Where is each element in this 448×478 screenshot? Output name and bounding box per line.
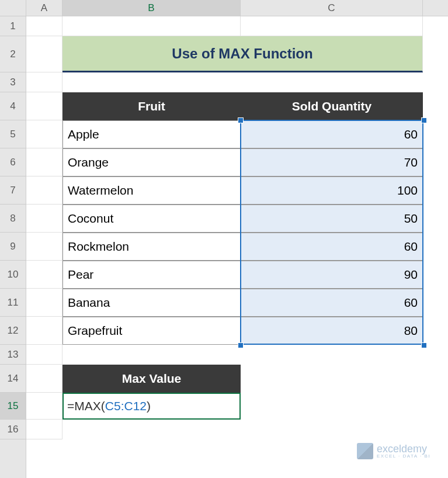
row-header-16[interactable]: 16: [0, 420, 26, 439]
cell-b16[interactable]: [62, 420, 241, 439]
watermark-icon: [357, 443, 373, 459]
cell-c8[interactable]: 50: [241, 205, 423, 233]
cell-b3[interactable]: [62, 72, 241, 92]
cell-a7[interactable]: [26, 176, 62, 205]
cell-b10[interactable]: Pear: [62, 261, 241, 289]
row-header-13[interactable]: 13: [0, 345, 26, 365]
watermark: exceldemy EXCEL · DATA · BI: [357, 443, 430, 459]
spreadsheet: 1 2 3 4 5 6 7 8 9 10 11 12 13 14 15 16 A…: [0, 0, 448, 478]
row-header-10[interactable]: 10: [0, 261, 26, 289]
cell-c10[interactable]: 90: [241, 261, 423, 289]
row-header-9[interactable]: 9: [0, 233, 26, 261]
formula-function: MAX: [74, 399, 101, 413]
max-value-header[interactable]: Max Value: [62, 365, 241, 393]
grid: Use of MAX Function Fruit Sold Quantity …: [26, 16, 448, 439]
cell-b1[interactable]: [62, 16, 241, 36]
column-headers: A B C: [26, 0, 448, 16]
cell-c14[interactable]: [241, 365, 423, 393]
cell-b12[interactable]: Grapefruit: [62, 317, 241, 345]
cell-a6[interactable]: [26, 148, 62, 176]
row-header-11[interactable]: 11: [0, 289, 26, 317]
col-header-a[interactable]: A: [26, 0, 62, 16]
row-header-6[interactable]: 6: [0, 148, 26, 176]
cell-a4[interactable]: [26, 92, 62, 120]
formula-close-paren: ): [147, 399, 151, 413]
cell-a13[interactable]: [26, 345, 62, 365]
row-header-14[interactable]: 14: [0, 365, 26, 393]
cell-c11[interactable]: 60: [241, 289, 423, 317]
row-header-7[interactable]: 7: [0, 176, 26, 205]
row-header-2[interactable]: 2: [0, 36, 26, 72]
cell-c12[interactable]: 80: [241, 317, 423, 345]
cell-b9[interactable]: Rockmelon: [62, 233, 241, 261]
cell-a16[interactable]: [26, 420, 62, 439]
formula-cell[interactable]: =MAX(C5:C12): [62, 393, 241, 420]
title-banner[interactable]: Use of MAX Function: [62, 36, 423, 72]
formula-equals: =: [67, 399, 74, 413]
cell-b7[interactable]: Watermelon: [62, 176, 241, 205]
row-header-12[interactable]: 12: [0, 317, 26, 345]
col-header-c[interactable]: C: [241, 0, 423, 16]
corner-cell[interactable]: [0, 0, 26, 16]
watermark-tagline: EXCEL · DATA · BI: [377, 454, 430, 459]
cell-c9[interactable]: 60: [241, 233, 423, 261]
cell-a15[interactable]: [26, 393, 62, 420]
cell-b6[interactable]: Orange: [62, 148, 241, 176]
cell-c7[interactable]: 100: [241, 176, 423, 205]
watermark-text: exceldemy EXCEL · DATA · BI: [377, 444, 430, 459]
cell-a3[interactable]: [26, 72, 62, 92]
cell-b5[interactable]: Apple: [62, 120, 241, 148]
cell-a2[interactable]: [26, 36, 62, 72]
cell-a10[interactable]: [26, 261, 62, 289]
cell-a1[interactable]: [26, 16, 62, 36]
cell-c6[interactable]: 70: [241, 148, 423, 176]
cell-a12[interactable]: [26, 317, 62, 345]
watermark-name: exceldemy: [377, 444, 430, 454]
cell-b13[interactable]: [62, 345, 241, 365]
header-qty[interactable]: Sold Quantity: [241, 92, 423, 120]
col-header-b[interactable]: B: [62, 0, 241, 16]
cell-c1[interactable]: [241, 16, 423, 36]
cell-c13[interactable]: [241, 345, 423, 365]
row-header-4[interactable]: 4: [0, 92, 26, 120]
cell-c5[interactable]: 60: [241, 120, 423, 148]
formula-reference: C5:C12: [105, 399, 147, 413]
selection-handle-tl[interactable]: [238, 117, 244, 123]
main-area: A B C Use of MAX Function: [26, 0, 448, 478]
selection-handle-br[interactable]: [421, 342, 427, 348]
cell-b8[interactable]: Coconut: [62, 205, 241, 233]
row-header-8[interactable]: 8: [0, 205, 26, 233]
row-header-15[interactable]: 15: [0, 393, 26, 420]
selection-handle-bl[interactable]: [238, 342, 244, 348]
cell-a8[interactable]: [26, 205, 62, 233]
formula-open-paren: (: [101, 399, 105, 413]
row-header-1[interactable]: 1: [0, 16, 26, 36]
cell-a11[interactable]: [26, 289, 62, 317]
row-headers: 1 2 3 4 5 6 7 8 9 10 11 12 13 14 15 16: [0, 0, 26, 478]
cell-a14[interactable]: [26, 365, 62, 393]
cell-c3[interactable]: [241, 72, 423, 92]
cell-a9[interactable]: [26, 233, 62, 261]
selection-handle-tr[interactable]: [421, 117, 427, 123]
cell-c16[interactable]: [241, 420, 423, 439]
cell-b11[interactable]: Banana: [62, 289, 241, 317]
cell-a5[interactable]: [26, 120, 62, 148]
row-header-3[interactable]: 3: [0, 72, 26, 92]
cell-c15[interactable]: [241, 393, 423, 420]
row-header-5[interactable]: 5: [0, 120, 26, 148]
header-fruit[interactable]: Fruit: [62, 92, 241, 120]
